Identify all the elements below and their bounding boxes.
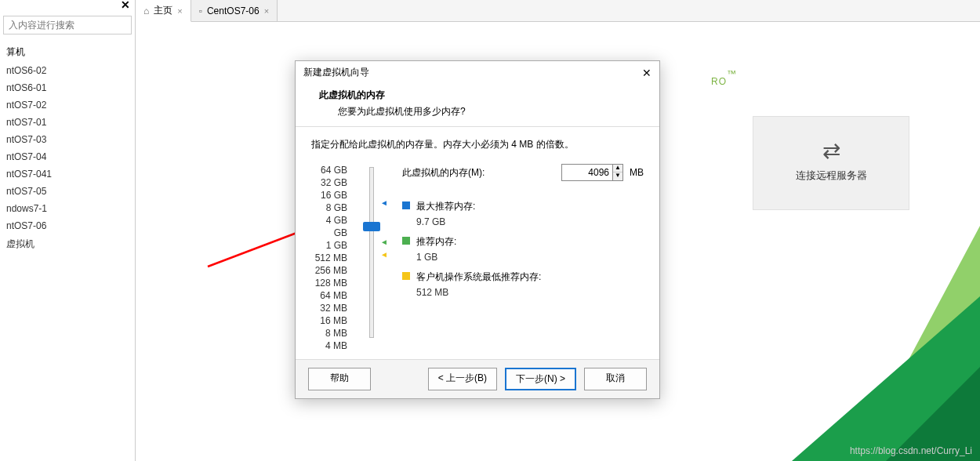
spin-down-icon[interactable]: ▼: [613, 172, 622, 180]
tab-label: 主页: [154, 4, 172, 17]
tree-item[interactable]: ntOS7-04: [2, 148, 135, 165]
memory-unit: MB: [630, 167, 644, 178]
remote-button-label: 连接远程服务器: [796, 169, 867, 183]
home-icon: ⌂: [143, 5, 149, 16]
tree-item[interactable]: ntOS7-01: [2, 114, 135, 131]
sidebar: ✕ 算机 ntOS6-02 ntOS6-01 ntOS7-02 ntOS7-01…: [0, 0, 136, 461]
legend-max-value: 9.7 GB: [416, 216, 644, 227]
legend-max-label: 最大推荐内存:: [416, 200, 475, 213]
cancel-button[interactable]: 取消: [584, 368, 647, 390]
dialog-body: 指定分配给此虚拟机的内存量。内存大小必须为 4 MB 的倍数。 64 GB32 …: [296, 127, 659, 358]
legend-rec-label: 推荐内存:: [416, 235, 456, 249]
vm-tree: 算机 ntOS6-02 ntOS6-01 ntOS7-02 ntOS7-01 n…: [0, 38, 135, 254]
memory-label: 此虚拟机的内存(M):: [402, 166, 555, 180]
tab-centos[interactable]: ▫ CentOS7-06 ×: [191, 0, 278, 21]
search-input[interactable]: [3, 16, 132, 34]
next-button[interactable]: 下一步(N) >: [505, 368, 576, 390]
tab-close-icon[interactable]: ×: [264, 6, 269, 16]
memory-tick-labels: 64 GB32 GB16 GB 8 GB4 GBGB 1 GB512 MB256…: [311, 165, 347, 351]
marker-min-icon: ◄: [380, 250, 388, 259]
memory-input-row: 此虚拟机的内存(M): ▲ ▼ MB: [402, 164, 644, 181]
vm-icon: ▫: [199, 5, 202, 16]
tab-bar: ⌂ 主页 × ▫ CentOS7-06 ×: [136, 0, 980, 22]
help-button[interactable]: 帮助: [308, 368, 371, 390]
back-button[interactable]: < 上一步(B): [428, 368, 497, 390]
slider-track: [369, 167, 374, 338]
slider-thumb[interactable]: [363, 222, 380, 231]
legend-min-value: 512 MB: [416, 287, 644, 298]
memory-input[interactable]: [562, 165, 612, 180]
tree-item[interactable]: ntOS7-041: [2, 165, 135, 183]
new-vm-wizard-dialog: 新建虚拟机向导 ✕ 此虚拟机的内存 您要为此虚拟机使用多少内存? 指定分配给此虚…: [295, 60, 660, 399]
dialog-heading: 此虚拟机的内存: [319, 89, 644, 102]
connect-remote-button[interactable]: ⇄ 连接远程服务器: [753, 116, 909, 210]
dialog-footer: 帮助 < 上一步(B) 下一步(N) > 取消: [296, 359, 659, 398]
marker-rec-icon: ◄: [380, 238, 388, 246]
tree-item[interactable]: 虚拟机: [2, 234, 135, 254]
search-box: [3, 16, 132, 34]
marker-max-icon: ◄: [380, 198, 388, 207]
dialog-close-icon[interactable]: ✕: [642, 67, 652, 79]
dialog-subheading: 您要为此虚拟机使用多少内存?: [319, 105, 644, 118]
swap-icon: ⇄: [822, 143, 840, 159]
tree-item[interactable]: ntOS7-05: [2, 183, 135, 200]
tree-item[interactable]: ntOS6-01: [2, 79, 135, 96]
legend-square-green: [402, 237, 410, 245]
memory-legend: 最大推荐内存: 9.7 GB 推荐内存: 1 GB 客户机操作系统最低推荐内存:…: [402, 200, 644, 303]
legend-rec-value: 1 GB: [416, 252, 644, 263]
watermark: https://blog.csdn.net/Curry_Li: [850, 445, 972, 456]
tab-label: CentOS7-06: [207, 5, 260, 16]
dialog-titlebar: 新建虚拟机向导 ✕: [296, 61, 659, 84]
legend-min-label: 客户机操作系统最低推荐内存:: [416, 270, 541, 284]
dialog-header: 此虚拟机的内存 您要为此虚拟机使用多少内存?: [296, 84, 659, 127]
brand-text: RO™: [711, 65, 737, 90]
instruction-text: 指定分配给此虚拟机的内存量。内存大小必须为 4 MB 的倍数。: [311, 138, 644, 151]
tree-item[interactable]: ntOS7-02: [2, 96, 135, 114]
tab-close-icon[interactable]: ×: [177, 6, 182, 16]
tree-item[interactable]: ntOS6-02: [2, 62, 135, 79]
memory-slider[interactable]: ◄ ◄ ◄: [361, 164, 388, 340]
tree-item[interactable]: ntOS7-06: [2, 217, 135, 234]
tree-root[interactable]: 算机: [2, 42, 135, 62]
memory-spinner[interactable]: ▲ ▼: [561, 164, 623, 181]
tree-item[interactable]: ntOS7-03: [2, 131, 135, 148]
tab-home[interactable]: ⌂ 主页 ×: [136, 0, 191, 22]
close-icon[interactable]: ✕: [121, 0, 130, 11]
legend-square-blue: [402, 201, 410, 209]
tree-item[interactable]: ndows7-1: [2, 200, 135, 217]
dialog-title: 新建虚拟机向导: [303, 66, 369, 79]
legend-square-yellow: [402, 272, 410, 280]
